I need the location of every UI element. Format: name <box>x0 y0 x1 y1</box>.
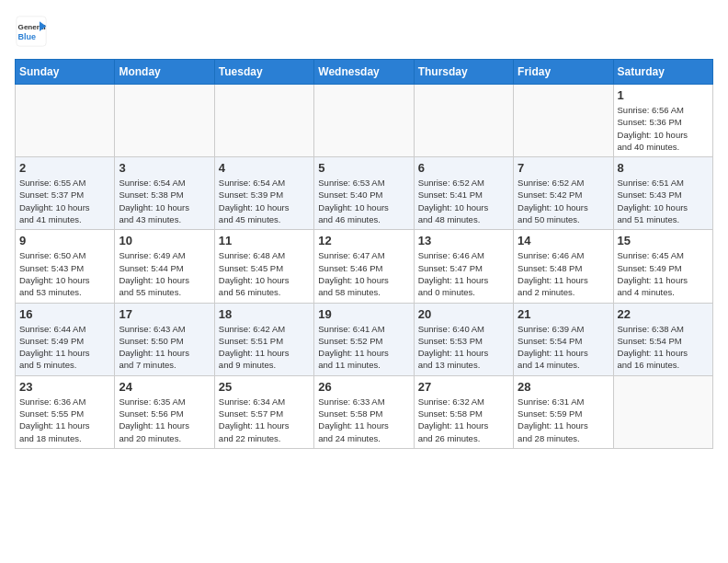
day-info: Sunrise: 6:34 AM Sunset: 5:57 PM Dayligh… <box>219 396 310 444</box>
day-info: Sunrise: 6:42 AM Sunset: 5:51 PM Dayligh… <box>219 323 310 372</box>
header-saturday: Saturday <box>613 60 712 85</box>
day-number: 10 <box>119 234 210 247</box>
day-cell-17: 17Sunrise: 6:43 AM Sunset: 5:50 PM Dayli… <box>115 303 214 375</box>
day-number: 14 <box>518 234 609 247</box>
header-sunday: Sunday <box>16 60 115 85</box>
day-info: Sunrise: 6:46 AM Sunset: 5:47 PM Dayligh… <box>418 249 509 298</box>
day-cell-3: 3Sunrise: 6:54 AM Sunset: 5:38 PM Daylig… <box>115 157 214 230</box>
logo: General Blue <box>15 15 51 48</box>
day-info: Sunrise: 6:53 AM Sunset: 5:40 PM Dayligh… <box>318 177 409 225</box>
day-info: Sunrise: 6:43 AM Sunset: 5:50 PM Dayligh… <box>119 323 210 372</box>
day-number: 16 <box>19 307 110 321</box>
day-cell-22: 22Sunrise: 6:38 AM Sunset: 5:54 PM Dayli… <box>613 303 712 375</box>
header-thursday: Thursday <box>414 60 513 85</box>
day-cell-6: 6Sunrise: 6:52 AM Sunset: 5:41 PM Daylig… <box>414 157 513 230</box>
day-info: Sunrise: 6:52 AM Sunset: 5:41 PM Dayligh… <box>418 177 509 225</box>
day-cell-21: 21Sunrise: 6:39 AM Sunset: 5:54 PM Dayli… <box>514 303 613 375</box>
day-info: Sunrise: 6:52 AM Sunset: 5:42 PM Dayligh… <box>518 177 609 225</box>
page-header: General Blue <box>15 15 713 48</box>
day-number: 12 <box>318 234 409 247</box>
day-number: 3 <box>119 161 210 175</box>
calendar-week-5: 23Sunrise: 6:36 AM Sunset: 5:55 PM Dayli… <box>16 375 713 448</box>
day-cell-16: 16Sunrise: 6:44 AM Sunset: 5:49 PM Dayli… <box>16 303 115 375</box>
empty-cell <box>613 375 712 448</box>
day-number: 19 <box>318 307 409 321</box>
day-info: Sunrise: 6:39 AM Sunset: 5:54 PM Dayligh… <box>518 323 609 372</box>
calendar-header-row: SundayMondayTuesdayWednesdayThursdayFrid… <box>16 60 713 85</box>
day-number: 24 <box>119 380 210 394</box>
day-info: Sunrise: 6:46 AM Sunset: 5:48 PM Dayligh… <box>518 249 609 298</box>
day-info: Sunrise: 6:44 AM Sunset: 5:49 PM Dayligh… <box>19 323 110 372</box>
day-number: 17 <box>119 307 210 321</box>
day-info: Sunrise: 6:55 AM Sunset: 5:37 PM Dayligh… <box>19 177 110 225</box>
day-info: Sunrise: 6:36 AM Sunset: 5:55 PM Dayligh… <box>19 396 110 444</box>
day-number: 7 <box>518 161 609 175</box>
day-number: 9 <box>19 234 110 247</box>
day-cell-7: 7Sunrise: 6:52 AM Sunset: 5:42 PM Daylig… <box>514 157 613 230</box>
calendar: SundayMondayTuesdayWednesdayThursdayFrid… <box>15 59 713 449</box>
day-number: 2 <box>19 161 110 175</box>
day-info: Sunrise: 6:50 AM Sunset: 5:43 PM Dayligh… <box>19 249 110 298</box>
day-number: 8 <box>618 161 709 175</box>
day-cell-12: 12Sunrise: 6:47 AM Sunset: 5:46 PM Dayli… <box>314 230 414 303</box>
header-wednesday: Wednesday <box>314 60 414 85</box>
day-info: Sunrise: 6:56 AM Sunset: 5:36 PM Dayligh… <box>618 104 709 153</box>
calendar-week-4: 16Sunrise: 6:44 AM Sunset: 5:49 PM Dayli… <box>16 303 713 375</box>
empty-cell <box>16 85 115 157</box>
day-cell-20: 20Sunrise: 6:40 AM Sunset: 5:53 PM Dayli… <box>414 303 513 375</box>
day-number: 27 <box>418 380 509 394</box>
day-info: Sunrise: 6:41 AM Sunset: 5:52 PM Dayligh… <box>318 323 409 372</box>
day-number: 18 <box>219 307 310 321</box>
empty-cell <box>214 85 313 157</box>
day-number: 20 <box>418 307 509 321</box>
empty-cell <box>115 85 214 157</box>
day-info: Sunrise: 6:33 AM Sunset: 5:58 PM Dayligh… <box>318 396 409 444</box>
day-number: 28 <box>518 380 609 394</box>
day-info: Sunrise: 6:32 AM Sunset: 5:58 PM Dayligh… <box>418 396 509 444</box>
day-number: 21 <box>518 307 609 321</box>
day-cell-13: 13Sunrise: 6:46 AM Sunset: 5:47 PM Dayli… <box>414 230 513 303</box>
calendar-week-1: 1Sunrise: 6:56 AM Sunset: 5:36 PM Daylig… <box>16 85 713 157</box>
day-info: Sunrise: 6:45 AM Sunset: 5:49 PM Dayligh… <box>618 249 709 298</box>
calendar-week-3: 9Sunrise: 6:50 AM Sunset: 5:43 PM Daylig… <box>16 230 713 303</box>
day-cell-4: 4Sunrise: 6:54 AM Sunset: 5:39 PM Daylig… <box>214 157 313 230</box>
day-cell-23: 23Sunrise: 6:36 AM Sunset: 5:55 PM Dayli… <box>16 375 115 448</box>
day-cell-2: 2Sunrise: 6:55 AM Sunset: 5:37 PM Daylig… <box>16 157 115 230</box>
day-cell-25: 25Sunrise: 6:34 AM Sunset: 5:57 PM Dayli… <box>214 375 313 448</box>
logo-icon: General Blue <box>15 15 48 48</box>
day-info: Sunrise: 6:49 AM Sunset: 5:44 PM Dayligh… <box>119 249 210 298</box>
day-info: Sunrise: 6:51 AM Sunset: 5:43 PM Dayligh… <box>618 177 709 225</box>
day-info: Sunrise: 6:40 AM Sunset: 5:53 PM Dayligh… <box>418 323 509 372</box>
day-cell-5: 5Sunrise: 6:53 AM Sunset: 5:40 PM Daylig… <box>314 157 414 230</box>
empty-cell <box>514 85 613 157</box>
day-number: 4 <box>219 161 310 175</box>
day-number: 1 <box>618 88 709 102</box>
day-info: Sunrise: 6:47 AM Sunset: 5:46 PM Dayligh… <box>318 249 409 298</box>
day-info: Sunrise: 6:38 AM Sunset: 5:54 PM Dayligh… <box>618 323 709 372</box>
day-cell-28: 28Sunrise: 6:31 AM Sunset: 5:59 PM Dayli… <box>514 375 613 448</box>
day-cell-11: 11Sunrise: 6:48 AM Sunset: 5:45 PM Dayli… <box>214 230 313 303</box>
day-number: 22 <box>618 307 709 321</box>
day-number: 5 <box>318 161 409 175</box>
day-cell-1: 1Sunrise: 6:56 AM Sunset: 5:36 PM Daylig… <box>613 85 712 157</box>
calendar-week-2: 2Sunrise: 6:55 AM Sunset: 5:37 PM Daylig… <box>16 157 713 230</box>
header-friday: Friday <box>514 60 613 85</box>
day-number: 15 <box>618 234 709 247</box>
day-cell-19: 19Sunrise: 6:41 AM Sunset: 5:52 PM Dayli… <box>314 303 414 375</box>
day-info: Sunrise: 6:31 AM Sunset: 5:59 PM Dayligh… <box>518 396 609 444</box>
day-info: Sunrise: 6:54 AM Sunset: 5:38 PM Dayligh… <box>119 177 210 225</box>
day-cell-26: 26Sunrise: 6:33 AM Sunset: 5:58 PM Dayli… <box>314 375 414 448</box>
day-cell-24: 24Sunrise: 6:35 AM Sunset: 5:56 PM Dayli… <box>115 375 214 448</box>
header-monday: Monday <box>115 60 214 85</box>
day-cell-15: 15Sunrise: 6:45 AM Sunset: 5:49 PM Dayli… <box>613 230 712 303</box>
day-cell-14: 14Sunrise: 6:46 AM Sunset: 5:48 PM Dayli… <box>514 230 613 303</box>
day-info: Sunrise: 6:48 AM Sunset: 5:45 PM Dayligh… <box>219 249 310 298</box>
day-number: 11 <box>219 234 310 247</box>
day-info: Sunrise: 6:54 AM Sunset: 5:39 PM Dayligh… <box>219 177 310 225</box>
day-number: 23 <box>19 380 110 394</box>
day-cell-9: 9Sunrise: 6:50 AM Sunset: 5:43 PM Daylig… <box>16 230 115 303</box>
day-cell-18: 18Sunrise: 6:42 AM Sunset: 5:51 PM Dayli… <box>214 303 313 375</box>
svg-text:Blue: Blue <box>18 32 37 41</box>
day-cell-10: 10Sunrise: 6:49 AM Sunset: 5:44 PM Dayli… <box>115 230 214 303</box>
day-number: 6 <box>418 161 509 175</box>
